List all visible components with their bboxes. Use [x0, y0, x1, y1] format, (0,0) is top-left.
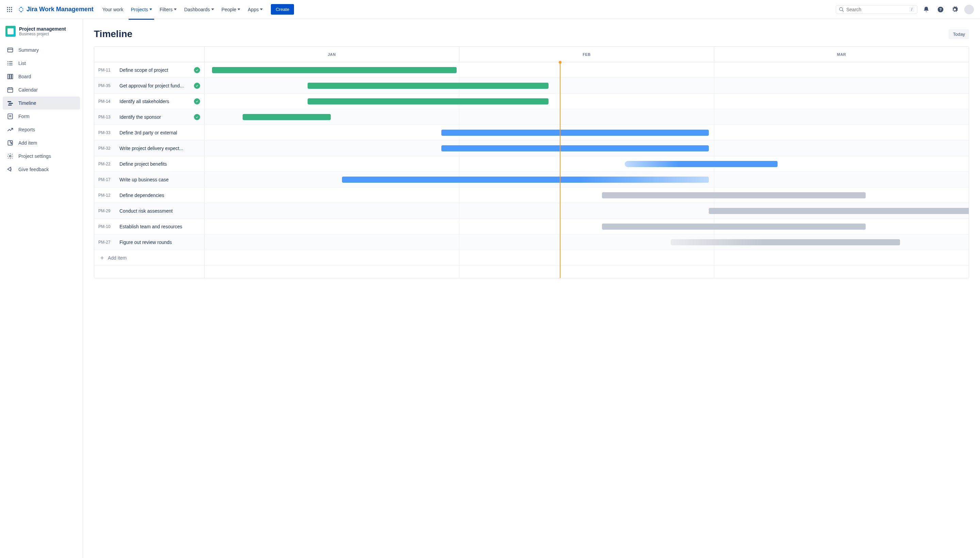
timeline-row[interactable]: PM-32Write project delivery expect...: [94, 141, 969, 156]
sidebar-item-add-item[interactable]: Add item: [3, 136, 80, 149]
task-key[interactable]: PM-27: [98, 240, 115, 245]
nav-item-label: Your work: [102, 7, 123, 12]
product-logo[interactable]: Jira Work Management: [18, 6, 94, 13]
svg-point-3: [7, 9, 8, 10]
timeline-row-chart: [205, 125, 969, 140]
gantt-bar[interactable]: [243, 114, 330, 120]
add-item-icon: [7, 140, 14, 146]
timeline-row[interactable]: PM-10Establish team and resources: [94, 219, 969, 235]
task-key[interactable]: PM-32: [98, 146, 115, 151]
gantt-bar[interactable]: [342, 177, 709, 183]
nav-item-label: Filters: [159, 7, 172, 12]
timeline-row[interactable]: PM-27Figure out review rounds: [94, 235, 969, 250]
gantt-bar[interactable]: [709, 208, 969, 214]
timeline-row[interactable]: PM-29Conduct risk assessment: [94, 203, 969, 219]
gantt-bar[interactable]: [442, 145, 709, 151]
task-key[interactable]: PM-14: [98, 99, 115, 104]
nav-item-apps[interactable]: Apps: [244, 4, 266, 15]
sidebar-item-timeline[interactable]: Timeline: [3, 97, 80, 110]
project-header[interactable]: Project management Business project: [3, 26, 80, 44]
timeline-row[interactable]: PM-12Define dependencies: [94, 187, 969, 203]
gantt-bar[interactable]: [212, 67, 456, 73]
sidebar-item-label: Add item: [18, 140, 37, 146]
page-title: Timeline: [94, 29, 132, 39]
search-input[interactable]: [846, 7, 907, 12]
nav-item-people[interactable]: People: [218, 4, 244, 15]
timeline-row-chart: [205, 219, 969, 234]
sidebar-item-board[interactable]: Board: [3, 70, 80, 83]
feedback-icon: [7, 166, 14, 173]
timeline-row[interactable]: PM-17Write up business case: [94, 172, 969, 187]
task-title[interactable]: Define scope of project: [120, 67, 189, 73]
timeline-row[interactable]: PM-35Get approval for project fund...: [94, 78, 969, 94]
task-key[interactable]: PM-13: [98, 115, 115, 120]
sidebar-item-list[interactable]: List: [3, 57, 80, 70]
task-key[interactable]: PM-33: [98, 130, 115, 135]
app-switcher-icon[interactable]: [5, 5, 14, 14]
project-name: Project management: [19, 26, 66, 32]
task-key[interactable]: PM-12: [98, 193, 115, 198]
gantt-bar[interactable]: [442, 130, 709, 136]
timeline-row[interactable]: PM-13Identify the sponsor: [94, 109, 969, 125]
gantt-bar[interactable]: [308, 83, 548, 89]
task-title[interactable]: Define dependencies: [120, 192, 200, 198]
timeline-row[interactable]: PM-11Define scope of project: [94, 62, 969, 78]
sidebar-item-label: List: [18, 61, 26, 66]
task-key[interactable]: PM-35: [98, 84, 115, 88]
nav-item-label: Dashboards: [184, 7, 210, 12]
nav-item-projects[interactable]: Projects: [127, 4, 156, 15]
timeline-row[interactable]: PM-14Identify all stakeholders: [94, 94, 969, 109]
task-title[interactable]: Conduct risk assessment: [120, 208, 200, 214]
task-title[interactable]: Write project delivery expect...: [120, 146, 200, 151]
profile-avatar[interactable]: [964, 4, 975, 15]
task-title[interactable]: Define project benefits: [120, 161, 200, 167]
svg-rect-24: [8, 88, 13, 92]
settings-icon[interactable]: [949, 4, 960, 15]
sidebar-item-project-settings[interactable]: Project settings: [3, 150, 80, 162]
chevron-down-icon: [211, 8, 214, 10]
task-title[interactable]: Write up business case: [120, 177, 200, 182]
sidebar-item-summary[interactable]: Summary: [3, 44, 80, 56]
done-check-icon: [194, 114, 200, 120]
search-box[interactable]: /: [836, 5, 918, 14]
gantt-bar[interactable]: [602, 223, 866, 230]
task-key[interactable]: PM-10: [98, 224, 115, 229]
create-button[interactable]: Create: [271, 4, 294, 15]
timeline-row-chart: [205, 141, 969, 156]
timeline-row-chart: [205, 172, 969, 187]
add-item-label: Add item: [108, 255, 126, 261]
timeline-row-left: PM-22Define project benefits: [94, 156, 205, 171]
task-title[interactable]: Define 3rd party or external: [120, 130, 200, 135]
task-key[interactable]: PM-29: [98, 208, 115, 213]
task-title[interactable]: Identify all stakeholders: [120, 98, 189, 104]
svg-point-5: [11, 9, 12, 10]
task-key[interactable]: PM-17: [98, 177, 115, 182]
chevron-down-icon: [238, 8, 240, 10]
gantt-bar[interactable]: [308, 98, 548, 105]
nav-item-your-work[interactable]: Your work: [99, 4, 127, 15]
timeline-row[interactable]: PM-22Define project benefits: [94, 156, 969, 172]
add-item-row[interactable]: Add item: [94, 250, 205, 266]
gantt-bar[interactable]: [602, 192, 866, 199]
gantt-bar[interactable]: [671, 239, 900, 245]
sidebar-item-give-feedback[interactable]: Give feedback: [3, 163, 80, 176]
sidebar-item-label: Summary: [18, 47, 39, 53]
help-icon[interactable]: ?: [935, 4, 946, 15]
nav-item-filters[interactable]: Filters: [156, 4, 180, 15]
task-title[interactable]: Identify the sponsor: [120, 114, 189, 120]
gantt-bar[interactable]: [625, 161, 778, 167]
task-key[interactable]: PM-11: [98, 68, 115, 72]
timeline-row[interactable]: PM-33Define 3rd party or external: [94, 125, 969, 141]
timeline-container: JANFEBMAR PM-11Define scope of projectPM…: [94, 46, 969, 278]
task-key[interactable]: PM-22: [98, 162, 115, 166]
task-title[interactable]: Establish team and resources: [120, 224, 200, 229]
sidebar-item-calendar[interactable]: Calendar: [3, 84, 80, 96]
nav-items: Your workProjectsFiltersDashboardsPeople…: [99, 4, 266, 15]
nav-item-dashboards[interactable]: Dashboards: [181, 4, 217, 15]
notifications-icon[interactable]: [921, 4, 932, 15]
task-title[interactable]: Figure out review rounds: [120, 240, 200, 245]
today-button[interactable]: Today: [949, 29, 969, 39]
sidebar-item-reports[interactable]: Reports: [3, 123, 80, 136]
task-title[interactable]: Get approval for project fund...: [120, 83, 189, 89]
sidebar-item-form[interactable]: Form: [3, 110, 80, 123]
